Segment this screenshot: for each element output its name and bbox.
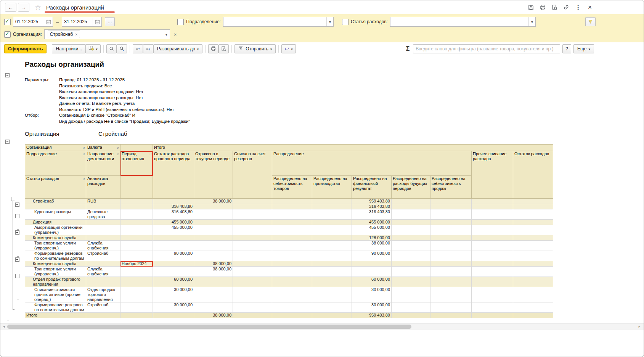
- print-preview-button[interactable]: [218, 44, 229, 53]
- cell-reserves[interactable]: [233, 199, 272, 204]
- clear-organization-button[interactable]: ×: [172, 31, 179, 38]
- cell-closing-balance[interactable]: [513, 287, 553, 302]
- scrollbar-thumb[interactable]: [7, 325, 411, 329]
- cell-opening-balance[interactable]: [153, 261, 194, 267]
- cell-other-writeoff[interactable]: [472, 313, 513, 318]
- cell-dist-cost-goods[interactable]: [272, 209, 312, 220]
- cell-reflected[interactable]: [194, 287, 233, 302]
- cell-reflected[interactable]: [194, 209, 233, 220]
- cell-closing-balance[interactable]: [513, 220, 553, 225]
- chevron-down-icon[interactable]: [326, 17, 333, 26]
- cell-reserves[interactable]: [233, 209, 272, 220]
- cell-dist-cost-sales[interactable]: [430, 261, 472, 267]
- cell-reflected[interactable]: [194, 235, 233, 241]
- cell-dist-cost-goods[interactable]: [272, 235, 312, 241]
- cell-name[interactable]: Амортизация оргтехники (управленч.): [25, 225, 86, 235]
- cell-dist-fin-result[interactable]: 90 000,00: [352, 251, 392, 261]
- cell-reflected[interactable]: 38 000,00: [194, 267, 233, 277]
- cell-dist-cost-goods[interactable]: [272, 261, 312, 267]
- cell-dist-future-periods[interactable]: [392, 287, 430, 302]
- cell-other-writeoff[interactable]: [472, 302, 513, 313]
- quick-filter-input[interactable]: [413, 44, 560, 53]
- col-closing-balance[interactable]: Остаток расходов: [513, 151, 553, 199]
- cell-opening-balance[interactable]: [153, 199, 194, 204]
- sort-icon[interactable]: [149, 151, 151, 157]
- cell-reserves[interactable]: [233, 251, 272, 261]
- col-currency[interactable]: Валюта: [86, 145, 120, 151]
- cell-closing-balance[interactable]: [513, 277, 553, 287]
- cell-dist-cost-goods[interactable]: [272, 225, 312, 235]
- cell-name[interactable]: Формирование резервов по сомнительным до…: [25, 302, 86, 313]
- cell-dist-production[interactable]: [312, 209, 352, 220]
- cell-name[interactable]: Коммерческая служба: [25, 235, 86, 241]
- cell-analytics[interactable]: [86, 220, 120, 225]
- cell-dist-future-periods[interactable]: [392, 235, 430, 241]
- cell-name[interactable]: Отдел продаж торгового направления: [25, 277, 86, 287]
- cell-dist-production[interactable]: [312, 225, 352, 235]
- freeze-split-line[interactable]: [153, 57, 153, 322]
- cell-dist-cost-sales[interactable]: [430, 204, 472, 209]
- col-activity[interactable]: Направление деятельности: [86, 151, 120, 176]
- chevron-down-icon[interactable]: [528, 17, 535, 26]
- cell-dist-fin-result[interactable]: 316 403,80: [352, 204, 392, 209]
- cell-dist-future-periods[interactable]: [392, 204, 430, 209]
- close-icon[interactable]: ×: [586, 4, 593, 11]
- cell-analytics[interactable]: [86, 313, 120, 318]
- cell-other-writeoff[interactable]: [472, 204, 513, 209]
- cell-opening-balance[interactable]: 455 000,00: [153, 220, 194, 225]
- expand-to-button[interactable]: Разворачивать до: [153, 44, 203, 53]
- period-checkbox[interactable]: [4, 19, 11, 25]
- scroll-left-icon[interactable]: [2, 325, 6, 329]
- sort-icon[interactable]: [117, 151, 119, 157]
- col-deviation-period[interactable]: Период отклонения: [120, 151, 153, 176]
- expense-item-checkbox[interactable]: [342, 19, 348, 25]
- cell-period[interactable]: [120, 199, 153, 204]
- cell-closing-balance[interactable]: [513, 209, 553, 220]
- cell-dist-future-periods[interactable]: [392, 241, 430, 251]
- help-button[interactable]: ?: [562, 44, 571, 53]
- cell-reflected[interactable]: [194, 302, 233, 313]
- cell-analytics[interactable]: Денежные средства: [86, 209, 120, 220]
- cell-reserves[interactable]: [233, 204, 272, 209]
- cell-analytics[interactable]: [86, 277, 120, 287]
- cell-other-writeoff[interactable]: [472, 267, 513, 277]
- cell-dist-fin-result[interactable]: 30 000,00: [352, 302, 392, 313]
- cell-dist-cost-sales[interactable]: [430, 251, 472, 261]
- cell-dist-future-periods[interactable]: [392, 267, 430, 277]
- cell-opening-balance[interactable]: [153, 235, 194, 241]
- col-reflected[interactable]: Отражено в текущем периоде: [194, 151, 233, 199]
- cell-other-writeoff[interactable]: [472, 277, 513, 287]
- cell-analytics[interactable]: [86, 225, 120, 235]
- cell-dist-production[interactable]: [312, 204, 352, 209]
- search-next-button[interactable]: [117, 44, 127, 53]
- cell-dist-future-periods[interactable]: [392, 199, 430, 204]
- cell-reserves[interactable]: [233, 277, 272, 287]
- cell-period[interactable]: [120, 287, 153, 302]
- cell-analytics[interactable]: [86, 235, 120, 241]
- filter-funnel-button[interactable]: [585, 17, 596, 26]
- cell-name[interactable]: Списание стоимости прочих активов (прочи…: [25, 287, 86, 302]
- cell-reserves[interactable]: [233, 235, 272, 241]
- send-button[interactable]: Отправить: [234, 44, 276, 53]
- cell-dist-cost-goods[interactable]: [272, 302, 312, 313]
- cell-name[interactable]: Дирекция: [25, 220, 86, 225]
- cell-reserves[interactable]: [233, 261, 272, 267]
- cell-reserves[interactable]: [233, 225, 272, 235]
- cell-period[interactable]: [120, 277, 153, 287]
- cell-closing-balance[interactable]: [513, 204, 553, 209]
- kebab-menu-icon[interactable]: ⋮: [575, 4, 581, 11]
- col-expense-item[interactable]: Статья расходов: [25, 176, 86, 199]
- cell-reflected[interactable]: [194, 277, 233, 287]
- cell-dist-fin-result[interactable]: [352, 261, 392, 267]
- col-dist-future-periods[interactable]: Распределено на расходы будущих периодов: [392, 176, 430, 199]
- cell-dist-cost-sales[interactable]: [430, 225, 472, 235]
- cell-opening-balance[interactable]: 455 000,00: [153, 225, 194, 235]
- expense-item-combo[interactable]: [390, 17, 536, 27]
- cell-period[interactable]: [120, 302, 153, 313]
- cell-dist-cost-sales[interactable]: [430, 235, 472, 241]
- cell-reflected[interactable]: [194, 220, 233, 225]
- cell-reflected[interactable]: [194, 241, 233, 251]
- cell-period[interactable]: [120, 251, 153, 261]
- cell-other-writeoff[interactable]: [472, 199, 513, 204]
- cell-analytics[interactable]: Служба снабжения: [86, 241, 120, 251]
